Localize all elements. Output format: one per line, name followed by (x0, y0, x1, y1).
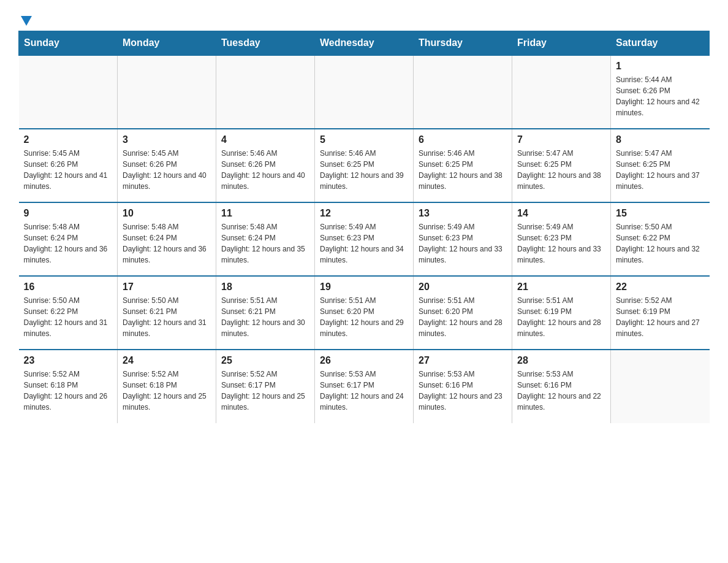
day-info: Sunrise: 5:52 AM Sunset: 6:17 PM Dayligh… (221, 369, 309, 413)
calendar-week-row: 9Sunrise: 5:48 AM Sunset: 6:24 PM Daylig… (19, 202, 710, 276)
calendar-cell (118, 55, 216, 129)
day-info: Sunrise: 5:53 AM Sunset: 6:17 PM Dayligh… (320, 369, 408, 413)
weekday-header-thursday: Thursday (414, 31, 512, 56)
day-info: Sunrise: 5:52 AM Sunset: 6:18 PM Dayligh… (123, 369, 211, 413)
day-number: 2 (24, 134, 113, 145)
day-info: Sunrise: 5:48 AM Sunset: 6:24 PM Dayligh… (123, 221, 211, 266)
day-number: 14 (517, 208, 605, 219)
day-info: Sunrise: 5:51 AM Sunset: 6:21 PM Dayligh… (221, 295, 309, 339)
day-number: 6 (419, 134, 507, 145)
calendar-cell: 11Sunrise: 5:48 AM Sunset: 6:24 PM Dayli… (216, 202, 315, 276)
day-number: 12 (320, 208, 408, 219)
calendar-week-row: 1Sunrise: 5:44 AM Sunset: 6:26 PM Daylig… (19, 55, 710, 129)
calendar-cell: 18Sunrise: 5:51 AM Sunset: 6:21 PM Dayli… (216, 276, 315, 350)
day-info: Sunrise: 5:52 AM Sunset: 6:19 PM Dayligh… (616, 295, 705, 339)
day-info: Sunrise: 5:52 AM Sunset: 6:18 PM Dayligh… (24, 369, 113, 413)
day-number: 3 (123, 134, 211, 145)
day-number: 13 (419, 208, 507, 219)
weekday-header-tuesday: Tuesday (216, 31, 315, 56)
day-info: Sunrise: 5:51 AM Sunset: 6:20 PM Dayligh… (320, 295, 408, 339)
calendar-cell: 17Sunrise: 5:50 AM Sunset: 6:21 PM Dayli… (118, 276, 216, 350)
calendar-cell: 3Sunrise: 5:45 AM Sunset: 6:26 PM Daylig… (118, 129, 216, 202)
calendar-cell: 21Sunrise: 5:51 AM Sunset: 6:19 PM Dayli… (512, 276, 611, 350)
day-info: Sunrise: 5:46 AM Sunset: 6:25 PM Dayligh… (419, 148, 507, 192)
day-number: 9 (24, 208, 113, 219)
calendar-cell: 26Sunrise: 5:53 AM Sunset: 6:17 PM Dayli… (315, 350, 414, 423)
day-info: Sunrise: 5:49 AM Sunset: 6:23 PM Dayligh… (419, 221, 507, 266)
weekday-header-monday: Monday (118, 31, 216, 56)
day-info: Sunrise: 5:46 AM Sunset: 6:26 PM Dayligh… (221, 148, 309, 192)
day-number: 8 (616, 134, 705, 145)
day-info: Sunrise: 5:49 AM Sunset: 6:23 PM Dayligh… (320, 221, 408, 266)
calendar-cell: 1Sunrise: 5:44 AM Sunset: 6:26 PM Daylig… (611, 55, 710, 129)
calendar-cell: 4Sunrise: 5:46 AM Sunset: 6:26 PM Daylig… (216, 129, 315, 202)
day-number: 26 (320, 355, 408, 366)
calendar-cell: 20Sunrise: 5:51 AM Sunset: 6:20 PM Dayli… (414, 276, 512, 350)
calendar-cell (512, 55, 611, 129)
day-number: 27 (419, 355, 507, 366)
calendar-cell: 28Sunrise: 5:53 AM Sunset: 6:16 PM Dayli… (512, 350, 611, 423)
day-info: Sunrise: 5:53 AM Sunset: 6:16 PM Dayligh… (517, 369, 605, 413)
day-number: 11 (221, 208, 309, 219)
calendar-cell: 7Sunrise: 5:47 AM Sunset: 6:25 PM Daylig… (512, 129, 611, 202)
calendar-cell: 10Sunrise: 5:48 AM Sunset: 6:24 PM Dayli… (118, 202, 216, 276)
calendar-cell: 22Sunrise: 5:52 AM Sunset: 6:19 PM Dayli… (611, 276, 710, 350)
weekday-header-friday: Friday (512, 31, 611, 56)
day-number: 18 (221, 282, 309, 293)
svg-marker-0 (21, 16, 32, 26)
day-info: Sunrise: 5:47 AM Sunset: 6:25 PM Dayligh… (616, 148, 705, 192)
calendar-week-row: 16Sunrise: 5:50 AM Sunset: 6:22 PM Dayli… (19, 276, 710, 350)
day-number: 25 (221, 355, 309, 366)
calendar-cell (315, 55, 414, 129)
day-number: 1 (616, 61, 705, 72)
day-info: Sunrise: 5:45 AM Sunset: 6:26 PM Dayligh… (123, 148, 211, 192)
calendar-cell: 8Sunrise: 5:47 AM Sunset: 6:25 PM Daylig… (611, 129, 710, 202)
day-number: 16 (24, 282, 113, 293)
calendar-cell: 23Sunrise: 5:52 AM Sunset: 6:18 PM Dayli… (19, 350, 118, 423)
day-number: 4 (221, 134, 309, 145)
calendar-cell: 27Sunrise: 5:53 AM Sunset: 6:16 PM Dayli… (414, 350, 512, 423)
day-number: 10 (123, 208, 211, 219)
calendar-table: SundayMondayTuesdayWednesdayThursdayFrid… (18, 31, 710, 423)
calendar-cell: 9Sunrise: 5:48 AM Sunset: 6:24 PM Daylig… (19, 202, 118, 276)
day-number: 20 (419, 282, 507, 293)
day-number: 28 (517, 355, 605, 366)
weekday-header-saturday: Saturday (611, 31, 710, 56)
day-info: Sunrise: 5:44 AM Sunset: 6:26 PM Dayligh… (616, 74, 705, 118)
calendar-cell: 16Sunrise: 5:50 AM Sunset: 6:22 PM Dayli… (19, 276, 118, 350)
day-info: Sunrise: 5:50 AM Sunset: 6:22 PM Dayligh… (24, 295, 113, 339)
day-number: 7 (517, 134, 605, 145)
day-info: Sunrise: 5:50 AM Sunset: 6:22 PM Dayligh… (616, 221, 705, 266)
logo-triangle-icon (20, 13, 33, 27)
logo (18, 12, 33, 25)
calendar-cell: 13Sunrise: 5:49 AM Sunset: 6:23 PM Dayli… (414, 202, 512, 276)
calendar-cell (414, 55, 512, 129)
weekday-header-sunday: Sunday (19, 31, 118, 56)
calendar-cell: 24Sunrise: 5:52 AM Sunset: 6:18 PM Dayli… (118, 350, 216, 423)
calendar-cell: 6Sunrise: 5:46 AM Sunset: 6:25 PM Daylig… (414, 129, 512, 202)
calendar-cell: 15Sunrise: 5:50 AM Sunset: 6:22 PM Dayli… (611, 202, 710, 276)
day-info: Sunrise: 5:45 AM Sunset: 6:26 PM Dayligh… (24, 148, 113, 192)
calendar-cell: 12Sunrise: 5:49 AM Sunset: 6:23 PM Dayli… (315, 202, 414, 276)
day-number: 24 (123, 355, 211, 366)
day-number: 23 (24, 355, 113, 366)
calendar-cell: 19Sunrise: 5:51 AM Sunset: 6:20 PM Dayli… (315, 276, 414, 350)
page-header (18, 12, 710, 25)
calendar-week-row: 2Sunrise: 5:45 AM Sunset: 6:26 PM Daylig… (19, 129, 710, 202)
calendar-cell: 14Sunrise: 5:49 AM Sunset: 6:23 PM Dayli… (512, 202, 611, 276)
day-number: 19 (320, 282, 408, 293)
calendar-cell (216, 55, 315, 129)
day-info: Sunrise: 5:48 AM Sunset: 6:24 PM Dayligh… (24, 221, 113, 266)
day-info: Sunrise: 5:47 AM Sunset: 6:25 PM Dayligh… (517, 148, 605, 192)
day-info: Sunrise: 5:48 AM Sunset: 6:24 PM Dayligh… (221, 221, 309, 266)
day-info: Sunrise: 5:51 AM Sunset: 6:19 PM Dayligh… (517, 295, 605, 339)
day-info: Sunrise: 5:46 AM Sunset: 6:25 PM Dayligh… (320, 148, 408, 192)
day-number: 5 (320, 134, 408, 145)
day-number: 17 (123, 282, 211, 293)
calendar-cell: 25Sunrise: 5:52 AM Sunset: 6:17 PM Dayli… (216, 350, 315, 423)
calendar-cell (19, 55, 118, 129)
calendar-week-row: 23Sunrise: 5:52 AM Sunset: 6:18 PM Dayli… (19, 350, 710, 423)
day-info: Sunrise: 5:51 AM Sunset: 6:20 PM Dayligh… (419, 295, 507, 339)
day-info: Sunrise: 5:53 AM Sunset: 6:16 PM Dayligh… (419, 369, 507, 413)
day-number: 15 (616, 208, 705, 219)
